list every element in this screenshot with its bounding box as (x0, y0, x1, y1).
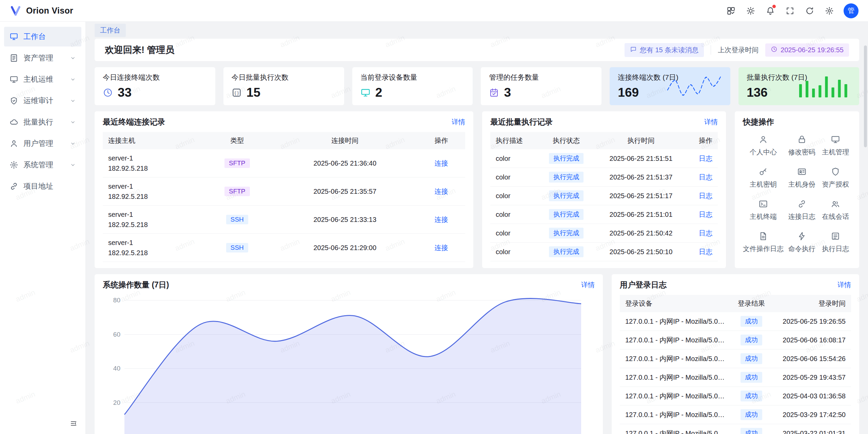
login-result-tag: 成功 (741, 335, 762, 345)
quick-action-command-execution[interactable]: 命令执行 (786, 231, 817, 253)
collapse-sidebar-icon[interactable] (68, 418, 79, 429)
key-icon (758, 167, 768, 176)
sidebar-item-asset-management[interactable]: 资产管理 (4, 48, 81, 68)
stats-row: 今日连接终端次数33今日批量执行次数{ }15当前登录设备数量2管理的任务数量3… (95, 67, 859, 105)
login-result-cell: 成功 (731, 350, 772, 368)
exec-status-cell: 执行完成 (538, 149, 595, 168)
exec-time-cell: 2025-06-25 21:51:01 (595, 205, 687, 224)
system-operations-area-chart: 0204060802025-06-192025-06-202025-06-212… (103, 295, 595, 434)
settings-gear-icon[interactable] (822, 3, 837, 18)
log-link[interactable]: 日志 (699, 211, 712, 218)
quick-action-execution-log[interactable]: 执行日志 (820, 231, 851, 253)
column-header: 执行时间 (595, 132, 687, 149)
log-link[interactable]: 日志 (699, 248, 712, 256)
welcome-meta: 您有 15 条未读消息 上次登录时间 2025-06-25 19:26:55 (625, 43, 849, 57)
top-header: Orion Visor 管 (0, 0, 868, 22)
quick-action-host-terminal[interactable]: 主机终端 (743, 199, 784, 221)
quick-action-file-operation-log[interactable]: 文件操作日志 (743, 231, 784, 253)
batch-table-body: color执行完成2025-06-25 21:51:51日志color执行完成2… (490, 149, 718, 261)
scrollbar-thumb[interactable] (864, 45, 867, 147)
chevron-down-icon (70, 119, 76, 125)
protocol-cell: SSH (202, 206, 273, 234)
sidebar-item-system-management[interactable]: 系统管理 (4, 155, 81, 175)
column-header: 登录结果 (731, 295, 772, 312)
unread-messages-chip[interactable]: 您有 15 条未读消息 (625, 43, 704, 57)
connect-link[interactable]: 连接 (434, 188, 448, 195)
refresh-icon[interactable] (802, 3, 817, 18)
connect-time-cell: 2025-06-25 21:36:40 (273, 149, 417, 177)
sidebar-item-label: 资产管理 (23, 53, 53, 63)
action-cell: 连接 (417, 206, 465, 234)
system-operations-title: 系统操作数量 (7日) (103, 280, 169, 290)
sidebar-item-label: 主机运维 (23, 74, 53, 84)
system-operations-details-link[interactable]: 详情 (581, 280, 595, 289)
log-link[interactable]: 日志 (699, 155, 712, 162)
sidebar-item-ops-audit[interactable]: 运维审计 (4, 91, 81, 111)
connect-link[interactable]: 连接 (434, 216, 448, 223)
stat-card-today-terminal-connections: 今日连接终端次数33 (95, 67, 215, 105)
braces-icon: { } (232, 88, 242, 98)
quick-action-host-management[interactable]: 主机管理 (820, 135, 851, 157)
sidebar-item-user-management[interactable]: 用户管理 (4, 134, 81, 153)
host-ip: 182.92.5.218 (108, 248, 196, 258)
connect-link[interactable]: 连接 (434, 159, 448, 167)
login-log-table: 登录设备登录结果登录时间 127.0.0.1 - 内网IP - Mozilla/… (620, 295, 851, 434)
sidebar-item-workbench[interactable]: 工作台 (4, 27, 81, 46)
logo-icon (9, 5, 22, 17)
sidebar-item-label: 系统管理 (23, 160, 53, 170)
unread-messages-text: 您有 15 条未读消息 (640, 45, 698, 55)
batch-details-link[interactable]: 详情 (704, 117, 718, 127)
terminal-details-link[interactable]: 详情 (452, 117, 465, 127)
quick-action-connection-log[interactable]: 连接日志 (786, 199, 817, 221)
batch-record-row: color执行完成2025-06-25 21:50:10日志 (490, 243, 718, 261)
host-ip: 182.92.5.218 (108, 191, 196, 202)
fullscreen-icon[interactable] (783, 3, 797, 18)
action-cell: 连接 (417, 234, 465, 262)
user-avatar[interactable]: 管 (844, 3, 859, 18)
host-name: server-1 (108, 181, 196, 191)
app-title: Orion Visor (26, 6, 73, 16)
log-link[interactable]: 日志 (699, 192, 712, 200)
action-cell: 日志 (687, 187, 718, 205)
quick-action-asset-authorization[interactable]: 资产授权 (820, 167, 851, 189)
log-link[interactable]: 日志 (699, 229, 712, 237)
sidebar-item-batch-execution[interactable]: 批量执行 (4, 112, 81, 132)
list-icon (9, 54, 18, 62)
theme-sun-icon[interactable] (743, 3, 758, 18)
batch-records-title: 最近批量执行记录 (490, 117, 553, 127)
quick-action-online-session[interactable]: 在线会话 (820, 199, 851, 221)
tasks-check-icon[interactable] (724, 3, 738, 18)
log-link[interactable]: 日志 (699, 173, 712, 181)
stat-value: 2 (375, 86, 382, 100)
page-scrollbar[interactable] (864, 45, 867, 430)
login-log-row: 127.0.0.1 - 内网IP - Mozilla/5.0 (Windows … (620, 331, 851, 350)
sidebar-item-label: 项目地址 (23, 181, 53, 191)
sidebar-item-host-operations[interactable]: 主机运维 (4, 70, 81, 89)
batch-record-row: color执行完成2025-06-25 21:51:17日志 (490, 187, 718, 205)
connect-link[interactable]: 连接 (434, 244, 448, 251)
breadcrumb-item-workbench[interactable]: 工作台 (95, 24, 126, 37)
notifications-bell-icon[interactable] (763, 3, 778, 18)
login-device-cell: 127.0.0.1 - 内网IP - Mozilla/5.0 (Windows … (620, 368, 731, 387)
sidebar-item-project-link[interactable]: 项目地址 (4, 176, 81, 196)
app-logo[interactable]: Orion Visor (9, 5, 73, 17)
stat-value: 136 (747, 86, 768, 100)
quick-action-host-identity[interactable]: 主机身份 (786, 167, 817, 189)
batch-table-header: 执行描述执行状态执行时间操作 (490, 132, 718, 149)
quick-action-profile[interactable]: 个人中心 (743, 135, 784, 157)
quick-action-host-key[interactable]: 主机密钥 (743, 167, 784, 189)
breadcrumb: 工作台 (86, 22, 868, 39)
dashboard-content: 欢迎回来! 管理员 您有 15 条未读消息 上次登录时间 2025-06-25 … (86, 39, 868, 434)
exec-desc-cell: color (490, 205, 538, 224)
shieldcheck-icon (9, 96, 18, 105)
login-log-details-link[interactable]: 详情 (837, 280, 851, 289)
login-log-row: 127.0.0.1 - 内网IP - Mozilla/5.0 (Windows … (620, 405, 851, 424)
sidebar-item-label: 工作台 (23, 32, 46, 42)
monitor-icon (831, 135, 840, 144)
quick-action-change-password[interactable]: 修改密码 (786, 135, 817, 157)
exec-time-cell: 2025-06-25 21:50:42 (595, 224, 687, 243)
connect-time-cell: 2025-06-25 21:33:13 (273, 206, 417, 234)
protocol-tag: SFTP (224, 158, 250, 168)
terminal-7d-sparkline (667, 72, 722, 99)
batch-record-row: color执行完成2025-06-25 21:51:01日志 (490, 205, 718, 224)
